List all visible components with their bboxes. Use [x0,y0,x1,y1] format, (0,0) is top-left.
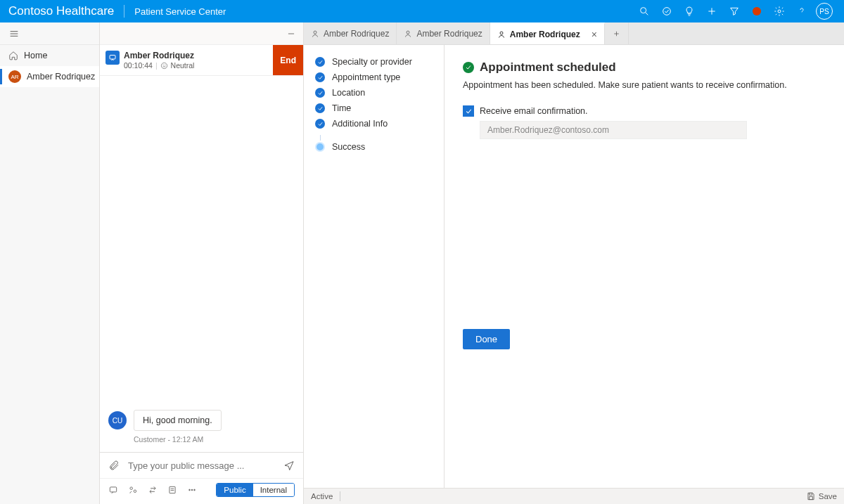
tab-0[interactable]: Amber Rodriquez [304,22,397,44]
notes-icon[interactable] [167,485,177,495]
email-field[interactable]: Amber.Rodriquez@contoso.com [480,121,747,139]
person-icon [311,30,319,38]
conversation-sentiment: Neutral [171,61,195,70]
success-title: Appointment scheduled [480,60,616,75]
success-subtitle: Appointment has been scheduled. Make sur… [463,80,826,90]
brand-title: Contoso Healthcare [8,4,114,18]
svg-line-1 [646,13,648,15]
close-tab-icon[interactable]: × [592,29,597,40]
step-success[interactable]: Success [315,139,433,155]
hamburger-menu-icon[interactable] [0,22,99,45]
detail-pane: Appointment scheduled Appointment has be… [445,45,844,488]
add-tab-button[interactable] [605,22,629,44]
conversation-body: CU Hi, good morning. Customer - 12:12 AM [100,76,303,452]
consult-icon[interactable] [128,485,138,495]
message-row: CU Hi, good morning. [108,410,295,431]
visibility-toggle: Public Internal [216,483,295,497]
content-area: Amber Rodriquez Amber Rodriquez Amber Ro… [304,22,844,504]
person-icon [404,30,412,38]
conversation-name: Amber Rodriquez [124,51,273,60]
nav-session-label: Amber Rodriquez [27,72,95,82]
svg-point-2 [663,8,671,15]
svg-point-23 [194,489,196,491]
record-indicator-icon[interactable] [746,0,768,22]
svg-point-26 [500,32,503,34]
svg-rect-29 [809,493,812,495]
svg-point-16 [130,487,133,490]
success-check-icon [463,62,474,73]
quick-replies-icon[interactable] [108,485,118,495]
svg-point-24 [314,31,316,34]
done-button[interactable]: Done [463,329,510,349]
svg-point-5 [778,10,781,13]
svg-rect-30 [809,497,812,500]
customer-avatar: CU [108,411,127,429]
email-confirmation-label: Receive email confirmation. [480,106,588,116]
gear-icon[interactable] [768,0,791,22]
compose-area: Public Internal [100,452,303,504]
save-button[interactable]: Save [806,491,837,501]
tab-2-label: Amber Rodriquez [510,30,580,39]
step-additional-info[interactable]: Additional Info [315,124,433,139]
app-subtitle: Patient Service Center [134,6,226,17]
lightbulb-icon[interactable] [678,0,701,22]
search-icon[interactable] [633,0,656,22]
svg-rect-15 [110,487,116,492]
transfer-icon[interactable] [148,485,158,495]
header-divider [124,5,124,18]
minimize-icon[interactable] [286,29,296,39]
nav-home[interactable]: Home [0,45,99,66]
conversation-header: Amber Rodriquez 00:10:44 | Neutral End [100,45,303,76]
person-icon [497,30,506,39]
tab-2[interactable]: Amber Rodriquez × [490,22,605,44]
tab-0-label: Amber Rodriquez [324,29,389,39]
status-state: Active [311,492,333,500]
tab-1-label: Amber Rodriquez [416,29,482,39]
message-meta: Customer - 12:12 AM [134,435,295,444]
home-icon [8,51,18,60]
svg-point-0 [641,8,646,13]
step-list: Specialty or provider Appointment type L… [304,45,445,488]
filter-icon[interactable] [723,0,746,22]
svg-point-21 [189,489,191,491]
compose-input[interactable] [128,460,275,471]
svg-point-25 [407,31,409,34]
nav-home-label: Home [24,51,47,60]
attach-icon[interactable] [108,460,120,471]
channel-chat-icon [106,51,120,65]
save-icon [806,491,816,501]
user-avatar[interactable]: PS [813,0,836,22]
sentiment-neutral-icon [160,62,168,70]
session-avatar: AR [8,70,21,83]
task-check-icon[interactable] [656,0,678,22]
svg-point-11 [161,63,167,68]
email-confirmation-checkbox[interactable] [463,105,474,117]
more-icon[interactable] [187,485,197,495]
visibility-internal[interactable]: Internal [253,484,294,496]
conversation-panel: Amber Rodriquez 00:10:44 | Neutral End C… [100,22,304,504]
nav-session[interactable]: AR Amber Rodriquez [0,66,99,87]
help-icon[interactable] [791,0,813,22]
svg-point-17 [134,490,136,493]
status-bar: Active Save [304,488,844,504]
svg-point-22 [191,489,193,491]
plus-icon[interactable] [701,0,723,22]
app-header: Contoso Healthcare Patient Service Cente… [0,0,844,22]
end-conversation-button[interactable]: End [273,45,303,75]
conversation-timer: 00:10:44 [124,61,153,70]
tab-1[interactable]: Amber Rodriquez [397,22,490,44]
left-navigation: Home AR Amber Rodriquez [0,22,100,504]
message-bubble: Hi, good morning. [134,410,222,431]
visibility-public[interactable]: Public [217,484,252,496]
tab-bar: Amber Rodriquez Amber Rodriquez Amber Ro… [304,22,844,45]
send-icon[interactable] [283,460,295,471]
svg-rect-18 [170,486,175,493]
